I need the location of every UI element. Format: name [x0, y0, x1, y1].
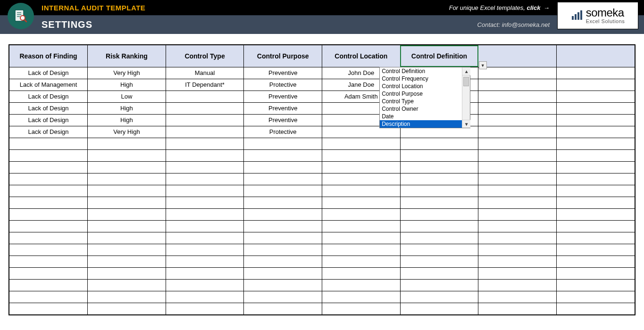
column-header[interactable]: Control Location — [322, 45, 401, 67]
table-cell[interactable]: Lack of Design — [9, 67, 88, 79]
table-cell[interactable] — [400, 208, 478, 220]
column-header[interactable]: Control Definition — [400, 45, 478, 67]
table-cell[interactable] — [478, 220, 557, 232]
table-cell[interactable] — [478, 303, 557, 314]
table-cell[interactable] — [88, 208, 166, 220]
table-cell[interactable] — [556, 232, 635, 244]
table-cell[interactable] — [244, 208, 322, 220]
table-cell[interactable] — [400, 185, 478, 197]
dropdown-toggle-button[interactable]: ▼ — [479, 61, 487, 69]
table-cell[interactable] — [478, 267, 557, 279]
table-cell[interactable] — [166, 138, 244, 149]
table-cell[interactable] — [244, 149, 322, 161]
table-cell[interactable] — [478, 161, 557, 173]
dropdown-option[interactable]: Control Frequency — [380, 75, 470, 82]
table-cell[interactable] — [400, 220, 478, 232]
table-cell[interactable] — [9, 267, 88, 279]
table-cell[interactable] — [556, 303, 635, 314]
table-cell[interactable] — [322, 161, 401, 173]
table-cell[interactable] — [166, 161, 244, 173]
table-cell[interactable] — [9, 291, 88, 303]
table-cell[interactable] — [9, 244, 88, 256]
table-cell[interactable] — [478, 208, 557, 220]
table-cell[interactable] — [244, 303, 322, 314]
column-header[interactable]: Reason of Finding — [9, 45, 88, 67]
scroll-thumb[interactable] — [463, 77, 469, 86]
table-cell[interactable] — [478, 291, 557, 303]
table-cell[interactable]: Preventive — [244, 91, 322, 102]
table-cell[interactable] — [166, 256, 244, 267]
table-cell[interactable] — [244, 279, 322, 291]
table-cell[interactable] — [9, 161, 88, 173]
table-cell[interactable] — [478, 173, 557, 185]
table-cell[interactable] — [9, 303, 88, 314]
table-cell[interactable]: Preventive — [244, 114, 322, 126]
table-cell[interactable] — [244, 244, 322, 256]
table-cell[interactable] — [556, 79, 635, 91]
table-cell[interactable]: Manual — [166, 67, 244, 79]
table-cell[interactable] — [244, 185, 322, 197]
table-cell[interactable] — [556, 102, 635, 114]
dropdown-option[interactable]: Control Purpose — [380, 90, 470, 98]
table-cell[interactable] — [400, 149, 478, 161]
table-cell[interactable] — [400, 161, 478, 173]
table-cell[interactable] — [88, 256, 166, 267]
table-cell[interactable] — [400, 232, 478, 244]
table-cell[interactable] — [478, 185, 557, 197]
table-cell[interactable]: High — [88, 102, 166, 114]
table-cell[interactable] — [478, 149, 557, 161]
column-header[interactable]: Control Purpose — [244, 45, 322, 67]
table-cell[interactable] — [166, 173, 244, 185]
table-cell[interactable] — [478, 114, 557, 126]
table-cell[interactable] — [478, 126, 557, 138]
table-cell[interactable]: Very High — [88, 67, 166, 79]
table-cell[interactable] — [322, 149, 401, 161]
table-cell[interactable] — [400, 267, 478, 279]
table-cell[interactable] — [88, 244, 166, 256]
table-cell[interactable] — [322, 267, 401, 279]
table-cell[interactable] — [9, 185, 88, 197]
table-cell[interactable] — [244, 197, 322, 208]
table-cell[interactable] — [322, 232, 401, 244]
table-cell[interactable]: Protective — [244, 126, 322, 138]
table-cell[interactable] — [88, 173, 166, 185]
table-cell[interactable] — [88, 279, 166, 291]
table-cell[interactable] — [244, 291, 322, 303]
table-cell[interactable] — [556, 126, 635, 138]
table-cell[interactable] — [556, 279, 635, 291]
table-cell[interactable] — [556, 185, 635, 197]
table-cell[interactable] — [244, 267, 322, 279]
table-cell[interactable] — [166, 220, 244, 232]
table-cell[interactable] — [478, 279, 557, 291]
table-cell[interactable] — [556, 161, 635, 173]
dropdown-option[interactable]: Date — [380, 113, 470, 120]
table-cell[interactable] — [556, 197, 635, 208]
table-cell[interactable] — [166, 185, 244, 197]
table-cell[interactable] — [400, 256, 478, 267]
table-cell[interactable] — [166, 197, 244, 208]
table-cell[interactable] — [478, 232, 557, 244]
promo-link[interactable]: For unique Excel templates, click → — [449, 4, 550, 11]
table-cell[interactable] — [322, 138, 401, 149]
table-cell[interactable] — [400, 303, 478, 314]
table-cell[interactable] — [322, 279, 401, 291]
table-cell[interactable] — [556, 67, 635, 79]
table-cell[interactable] — [322, 244, 401, 256]
table-cell[interactable]: Protective — [244, 79, 322, 91]
table-cell[interactable] — [9, 279, 88, 291]
table-cell[interactable]: Lack of Design — [9, 102, 88, 114]
table-cell[interactable] — [88, 185, 166, 197]
table-cell[interactable] — [556, 208, 635, 220]
table-cell[interactable] — [166, 244, 244, 256]
table-cell[interactable] — [166, 303, 244, 314]
table-cell[interactable] — [322, 220, 401, 232]
table-cell[interactable]: Low — [88, 91, 166, 102]
column-header[interactable]: Risk Ranking — [88, 45, 166, 67]
table-cell[interactable] — [166, 126, 244, 138]
table-cell[interactable] — [400, 173, 478, 185]
table-cell[interactable] — [166, 208, 244, 220]
table-cell[interactable] — [88, 303, 166, 314]
dropdown-option[interactable]: Description — [380, 120, 470, 128]
table-cell[interactable] — [556, 138, 635, 149]
table-cell[interactable] — [322, 256, 401, 267]
